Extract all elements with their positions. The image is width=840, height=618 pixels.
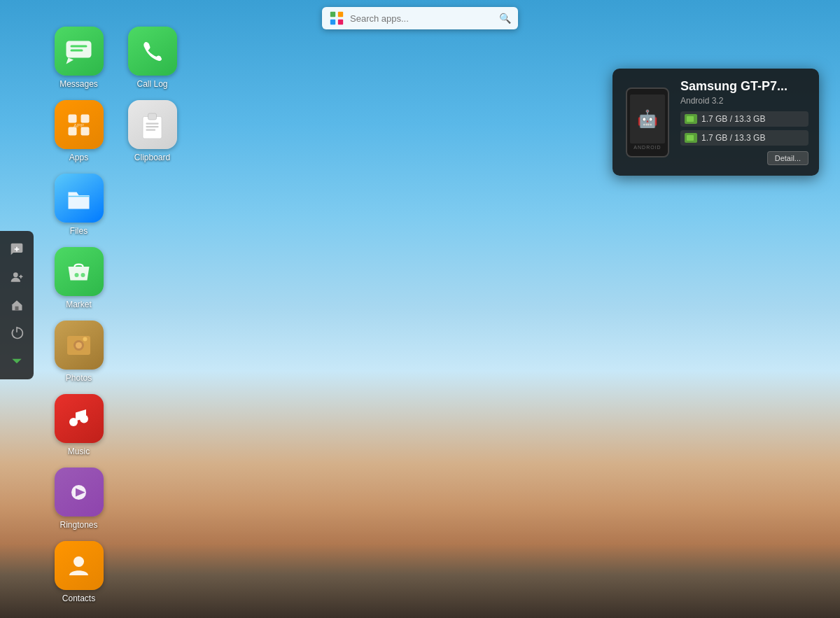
svg-point-6 [13, 272, 18, 277]
apps-row-7: Ringtones [42, 462, 189, 535]
svg-rect-0 [330, 12, 335, 17]
svg-rect-23 [146, 129, 156, 130]
app-label-clipboard: Clipboard [134, 153, 170, 162]
sidebar-item-download[interactable] [4, 349, 29, 374]
app-label-contacts: Contacts [62, 594, 95, 603]
svg-rect-1 [338, 12, 343, 17]
detail-button[interactable]: Detail... [767, 151, 808, 165]
device-os: Android 3.2 [680, 96, 808, 106]
svg-marker-10 [12, 359, 21, 364]
app-icon-music[interactable]: Music [42, 388, 115, 462]
storage-text-1: 1.7 GB / 13.3 GB [701, 114, 765, 124]
svg-rect-36 [687, 116, 694, 122]
storage-row-2: 1.7 GB / 13.3 GB [680, 130, 808, 146]
svg-point-31 [80, 414, 88, 423]
app-label-apps: Apps [69, 153, 88, 162]
sidebar-item-user-add[interactable] [4, 265, 29, 290]
svg-point-30 [69, 418, 78, 426]
svg-rect-21 [146, 122, 159, 124]
storage-icon-1 [685, 114, 697, 124]
apps-row-6: Music [42, 388, 189, 462]
sidebar-item-home[interactable] [4, 293, 29, 318]
search-input[interactable] [350, 13, 499, 24]
sidebar [0, 231, 34, 379]
svg-rect-16 [69, 127, 77, 135]
app-icon-apps[interactable]: APP Apps [42, 94, 115, 168]
storage-text-2: 1.7 GB / 13.3 GB [701, 133, 765, 143]
search-bar: 🔍 [322, 7, 518, 29]
apps-grid-icon [329, 10, 344, 26]
app-icon-calllog[interactable]: Call Log [115, 21, 189, 94]
apps-row-8: Contacts [42, 535, 189, 609]
app-label-photos: Photos [66, 373, 92, 383]
app-icon-ringtones[interactable]: Ringtones [42, 462, 115, 535]
svg-point-25 [81, 273, 85, 277]
app-icon-photos[interactable]: Photos [42, 315, 115, 388]
svg-rect-17 [81, 114, 90, 122]
svg-rect-12 [71, 45, 88, 47]
svg-rect-3 [338, 20, 343, 24]
apps-grid: Messages Call Log APP Apps [42, 21, 189, 609]
app-label-market: Market [66, 300, 92, 309]
storage-icon-2 [685, 133, 697, 143]
apps-row-4: Market [42, 241, 189, 315]
app-label-files: Files [70, 226, 88, 236]
app-icon-market[interactable]: Market [42, 241, 115, 315]
app-label-calllog: Call Log [136, 79, 167, 89]
device-name: Samsung GT-P7... [680, 79, 808, 94]
storage-row-1: 1.7 GB / 13.3 GB [680, 111, 808, 127]
device-panel: 🤖 ANDROID Samsung GT-P7... Android 3.2 1… [612, 69, 819, 176]
sidebar-item-power[interactable] [4, 321, 29, 346]
svg-rect-38 [687, 135, 694, 141]
apps-row-2: APP Apps Clipboard [42, 94, 189, 168]
app-icon-files[interactable]: Files [42, 168, 115, 241]
svg-point-34 [74, 556, 84, 567]
apps-row-5: Photos [42, 315, 189, 388]
svg-rect-22 [146, 126, 159, 127]
app-icon-contacts[interactable]: Contacts [42, 535, 115, 609]
device-phone-image: 🤖 ANDROID [623, 79, 672, 165]
svg-point-28 [76, 342, 82, 349]
apps-row-1: Messages Call Log [42, 21, 189, 94]
sidebar-item-chat-add[interactable] [4, 237, 29, 262]
app-icon-messages[interactable]: Messages [42, 21, 115, 94]
svg-rect-13 [71, 49, 83, 51]
svg-rect-18 [81, 127, 90, 135]
device-info: Samsung GT-P7... Android 3.2 1.7 GB / 13… [680, 79, 808, 165]
app-label-ringtones: Ringtones [59, 520, 97, 530]
svg-rect-9 [15, 307, 19, 311]
svg-rect-14 [69, 114, 77, 122]
svg-point-29 [83, 337, 88, 341]
svg-rect-2 [330, 20, 335, 24]
app-label-music: Music [68, 447, 90, 456]
search-icon[interactable]: 🔍 [499, 13, 511, 24]
app-label-messages: Messages [59, 79, 98, 89]
apps-row-3: Files [42, 168, 189, 241]
app-icon-clipboard[interactable]: Clipboard [115, 94, 189, 168]
svg-point-24 [75, 273, 79, 277]
svg-rect-20 [148, 113, 157, 120]
